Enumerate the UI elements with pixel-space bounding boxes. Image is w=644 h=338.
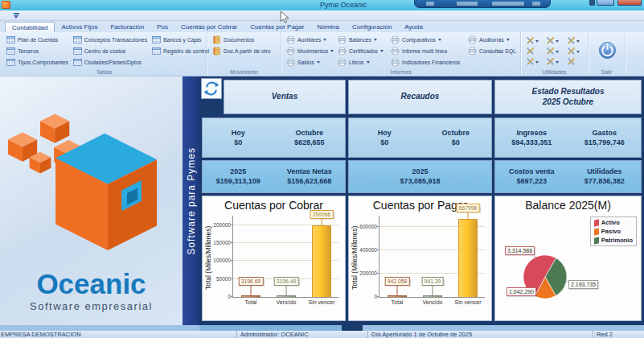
chevron-down-icon: [556, 40, 559, 44]
tab-pos[interactable]: Pos: [150, 22, 174, 32]
btn-utility-9[interactable]: [567, 57, 585, 66]
tab-contabilidad[interactable]: Contabilidad: [5, 22, 55, 32]
btn-saldos[interactable]: Saldos: [285, 57, 334, 67]
btn-label: Auxiliares: [297, 37, 321, 43]
chevron-down-icon: [507, 39, 510, 43]
btn-utility-2[interactable]: [546, 36, 564, 45]
btn-indicadores-financieros[interactable]: Indicadores Financieros: [389, 57, 465, 67]
btn-ciudades-paises-dptos[interactable]: Ciudades/Países/Dptos: [72, 57, 149, 67]
btn-consultas-sql[interactable]: Consultas SQL: [466, 46, 518, 56]
tools-icon: [526, 57, 535, 66]
tools-icon: [567, 57, 576, 66]
power-icon[interactable]: [598, 39, 617, 61]
btn-utility-8[interactable]: [546, 57, 564, 66]
btn-doc-a-partir-de-otro[interactable]: Doc.A partir de otro: [211, 46, 279, 56]
panel-title: Ventas: [272, 92, 297, 102]
ribbon-group-tablas: Plan de Cuentas Terceros Tipos Comproban…: [2, 32, 207, 76]
stat-value: $0: [452, 138, 460, 147]
btn-label: Documentos: [224, 37, 254, 43]
btn-label: Indicadores Financieros: [402, 60, 460, 65]
ventas-header: Ventas: [224, 80, 346, 114]
ribbon-group-salir: Salir: [589, 32, 626, 76]
group-label-utilidades: Utilidades: [521, 69, 588, 75]
dashboard: Ventas Hoy$0 Octubre$628,655 2025$159,31…: [199, 76, 644, 325]
recaudos-header: Recaudos: [348, 80, 492, 114]
btn-auditorias[interactable]: Auditorías: [466, 35, 518, 44]
vertical-banner: Software para Pymes: [183, 76, 199, 325]
tab-facturacion[interactable]: Facturación: [104, 22, 150, 32]
btn-label: Centro de costos: [84, 48, 125, 54]
tab-activos-fijos[interactable]: Activos Fijos: [55, 22, 104, 32]
tab-cuentas-por-cobrar[interactable]: Cuentas por Cobrar: [174, 22, 244, 32]
btn-bancos-y-cajas[interactable]: Bancos y Cajas: [150, 35, 211, 44]
value-label: 667998: [457, 204, 480, 212]
btn-utility-7[interactable]: [526, 57, 544, 66]
x-tick-label: Total: [245, 299, 257, 305]
tools-icon: [567, 47, 576, 56]
btn-balances[interactable]: Balances: [336, 35, 388, 44]
btn-plan-de-cuentas[interactable]: Plan de Cuentas: [5, 35, 70, 44]
btn-utility-4[interactable]: [526, 47, 544, 56]
minimize-button[interactable]: [597, 0, 614, 6]
stat-value: $697,223: [516, 177, 547, 186]
btn-informe-multi-linea[interactable]: Informe multi línea: [389, 46, 465, 56]
btn-utility-6[interactable]: [567, 47, 585, 56]
table-grid-icon: [152, 47, 161, 56]
btn-comparativos[interactable]: Comparativos: [389, 35, 465, 44]
tab-ayuda[interactable]: Ayuda: [398, 22, 429, 32]
chevron-down-icon: [317, 61, 320, 65]
chevron-down-icon: [535, 61, 539, 65]
btn-registro-de-control[interactable]: Registro de control: [150, 46, 211, 56]
printer-icon: [286, 47, 295, 56]
brand-tagline: Software empresarial: [0, 300, 183, 312]
ribbon-group-utilidades: Utilidades: [521, 32, 589, 76]
tools-icon: [546, 57, 555, 66]
btn-auxiliares[interactable]: Auxiliares: [285, 35, 334, 44]
btn-centro-de-costos[interactable]: Centro de costos: [72, 46, 149, 56]
chevron-down-icon: [576, 40, 580, 44]
btn-utility-5[interactable]: [546, 47, 564, 56]
table-grid-icon: [73, 35, 82, 44]
refresh-button[interactable]: [201, 78, 222, 99]
x-tick-label: Vencido: [277, 299, 297, 305]
customize-toolbar-icon[interactable]: [13, 13, 20, 19]
tab-configuracion[interactable]: Configuración: [346, 22, 398, 32]
close-button[interactable]: [617, 0, 642, 6]
chevron-down-icon: [556, 51, 559, 55]
btn-libros[interactable]: Libros: [336, 57, 388, 67]
tab-nomina[interactable]: Nómina: [310, 22, 346, 32]
btn-terceros[interactable]: Terceros: [5, 46, 70, 56]
tools-icon: [526, 36, 535, 45]
bar-Sin vencer: [458, 219, 478, 297]
bar-Sin vencer: [312, 225, 331, 298]
stat-value: $15,799,746: [585, 138, 625, 147]
group-label-movimiento: Movimiento: [207, 69, 281, 75]
stat-label: 2025: [230, 167, 246, 176]
legend-label: Patrimonio: [601, 237, 633, 244]
legend-marker-activo: [594, 219, 599, 226]
btn-movimientos[interactable]: Movimientos: [285, 46, 334, 56]
pie-legend: Activo Pasivo Patrimonio: [590, 216, 637, 246]
btn-label: Saldos: [297, 60, 314, 65]
printer-icon: [338, 58, 347, 67]
oceanic-logo: [6, 83, 175, 264]
app-logo-icon[interactable]: [2, 1, 10, 9]
tab-cuentas-por-pagar[interactable]: Cuentas por Pagar: [244, 22, 310, 32]
btn-certificados[interactable]: Certificados: [336, 46, 388, 56]
printer-icon: [391, 35, 400, 44]
ventas-row-ytd: 2025$159,313,109 Ventas Netas$156,623,66…: [202, 160, 346, 193]
btn-utility-1[interactable]: [526, 36, 544, 45]
x-tick-label: Total: [392, 299, 404, 305]
bar-plot: 0200000400000600000Total942.058Vencido94…: [379, 216, 485, 298]
btn-utility-3[interactable]: [567, 36, 585, 45]
btn-tipos-comprobantes[interactable]: Tipos Comprobantes: [5, 57, 70, 67]
value-label: 3196.49: [274, 277, 299, 286]
panel-title: Recaudos: [401, 92, 440, 102]
ribbon: Plan de Cuentas Terceros Tipos Comproban…: [0, 32, 644, 76]
brand-panel: Oceanic Software empresarial: [0, 76, 183, 325]
table-grid-icon: [6, 58, 15, 67]
btn-conceptos-transacciones[interactable]: Conceptos Transacciones: [72, 35, 149, 44]
btn-documentos[interactable]: Documentos: [211, 35, 279, 44]
btn-label: Registro de control: [163, 48, 209, 54]
x-tick-label: Sin vencer: [454, 299, 481, 305]
